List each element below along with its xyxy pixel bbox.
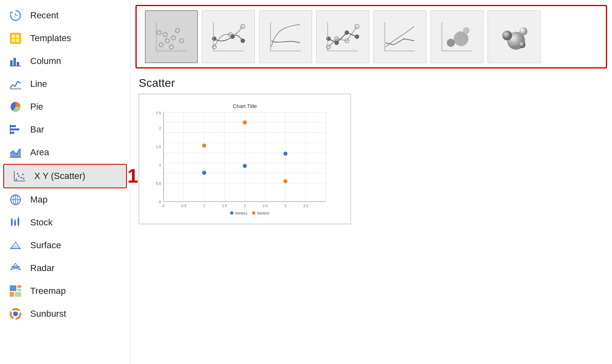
svg-point-89 [502, 31, 512, 40]
svg-point-58 [157, 31, 161, 35]
sunburst-icon [8, 307, 23, 321]
svg-text:Series1: Series1 [235, 211, 247, 215]
svg-point-128 [284, 179, 288, 183]
svg-point-66 [241, 39, 245, 43]
chart-type-scatter-only[interactable] [145, 10, 198, 63]
sidebar-item-surface[interactable]: Surface [0, 234, 130, 257]
sidebar-item-sunburst[interactable]: Sunburst [0, 302, 130, 325]
sidebar-label-sunburst: Sunburst [30, 309, 66, 319]
sidebar-item-templates[interactable]: Templates [0, 27, 130, 50]
svg-text:1: 1 [203, 204, 205, 208]
stock-icon [8, 215, 23, 230]
svg-point-57 [180, 39, 184, 43]
recent-icon [8, 8, 23, 23]
svg-point-54 [171, 36, 175, 40]
line-icon [8, 77, 23, 91]
scatter-icon [12, 169, 27, 183]
chart-type-bubble[interactable] [430, 10, 483, 63]
sidebar-label-treemap: Treemap [30, 286, 66, 296]
svg-point-91 [519, 42, 526, 48]
chart-type-scatter-smooth[interactable] [259, 10, 312, 63]
sidebar-label-line: Line [30, 79, 47, 89]
sidebar-item-stock[interactable]: Stock [0, 211, 130, 234]
svg-point-20 [16, 179, 17, 180]
sidebar: Recent Templates Column [0, 0, 131, 364]
svg-text:0.5: 0.5 [156, 181, 161, 185]
scatter-chart-svg: Chart Title 0 0.5 1 [143, 98, 346, 220]
svg-text:Series2: Series2 [257, 211, 269, 215]
svg-text:2.5: 2.5 [263, 204, 268, 208]
svg-point-55 [175, 29, 180, 33]
svg-rect-8 [13, 58, 16, 66]
svg-point-65 [231, 35, 235, 39]
svg-point-23 [17, 173, 18, 174]
svg-point-22 [20, 177, 22, 179]
chart-preview: Chart Title 0 0.5 1 [139, 94, 351, 224]
sidebar-label-stock: Stock [30, 217, 53, 228]
svg-point-56 [169, 45, 173, 49]
svg-rect-43 [10, 285, 16, 291]
svg-text:2: 2 [244, 204, 246, 208]
svg-point-84 [447, 39, 455, 47]
sidebar-item-map[interactable]: Map [0, 188, 130, 211]
sidebar-label-pie: Pie [30, 101, 43, 112]
sidebar-item-column[interactable]: Column [0, 50, 130, 73]
svg-point-77 [345, 31, 349, 35]
svg-rect-6 [16, 39, 19, 42]
svg-text:1: 1 [159, 163, 161, 167]
chart-type-scatter-smooth-markers[interactable] [202, 10, 255, 63]
treemap-icon [8, 284, 23, 298]
sidebar-label-recent: Recent [30, 10, 59, 21]
svg-point-85 [463, 27, 470, 34]
sidebar-label-bar: Bar [30, 124, 44, 135]
svg-point-90 [519, 27, 528, 35]
svg-rect-10 [20, 59, 21, 66]
section-title: Scatter [139, 77, 604, 90]
annotation-1: 1 [127, 166, 138, 186]
chart-type-row: 2 [135, 5, 607, 68]
svg-rect-15 [10, 128, 19, 130]
svg-point-24 [22, 174, 24, 175]
svg-point-126 [202, 143, 206, 148]
svg-rect-5 [12, 39, 15, 42]
chart-title: Chart Title [233, 104, 257, 110]
area-icon [8, 145, 23, 160]
svg-point-21 [18, 175, 20, 177]
svg-point-52 [165, 39, 169, 43]
svg-text:0.5: 0.5 [181, 204, 186, 208]
svg-point-124 [243, 164, 247, 168]
sidebar-item-area[interactable]: Area [0, 141, 130, 164]
sidebar-item-recent[interactable]: Recent [0, 4, 130, 27]
sidebar-item-radar[interactable]: Radar [0, 257, 130, 280]
svg-point-75 [326, 37, 330, 41]
svg-rect-46 [10, 292, 14, 297]
svg-point-123 [202, 171, 206, 175]
svg-rect-47 [15, 292, 21, 297]
sidebar-label-map: Map [30, 194, 48, 205]
svg-point-53 [163, 33, 167, 37]
sidebar-label-templates: Templates [30, 33, 71, 44]
svg-text:2.5: 2.5 [156, 111, 161, 115]
svg-rect-44 [17, 285, 21, 288]
pie-icon [8, 99, 23, 114]
sidebar-item-bar[interactable]: Bar [0, 118, 130, 141]
sidebar-item-pie[interactable]: Pie [0, 95, 130, 118]
sidebar-item-xy-scatter[interactable]: X Y (Scatter) 1 [3, 164, 127, 188]
svg-text:2: 2 [159, 126, 161, 130]
svg-rect-14 [10, 125, 16, 127]
chart-type-scatter-straight[interactable] [373, 10, 426, 63]
main-content: 2 Scatter Chart Title [131, 0, 612, 364]
radar-icon [8, 261, 23, 276]
chart-type-scatter-straight-markers[interactable] [316, 10, 369, 63]
svg-point-127 [243, 120, 247, 124]
sidebar-item-line[interactable]: Line [0, 73, 130, 95]
svg-rect-4 [16, 35, 19, 38]
sidebar-label-xy-scatter: X Y (Scatter) [34, 171, 85, 181]
svg-text:1.5: 1.5 [222, 204, 227, 208]
sidebar-label-column: Column [30, 56, 61, 66]
sidebar-label-radar: Radar [30, 263, 55, 274]
sidebar-item-treemap[interactable]: Treemap [0, 280, 130, 302]
chart-type-bubble-3d[interactable] [488, 10, 541, 63]
map-icon [8, 192, 23, 207]
sidebar-label-surface: Surface [30, 240, 61, 251]
